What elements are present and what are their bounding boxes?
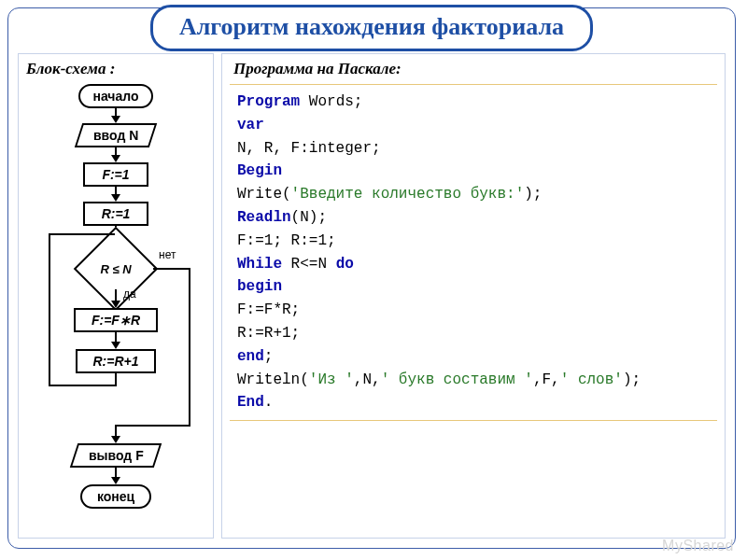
content-row: Блок-схема : начало ввод N F:=1 R:=1 [8,8,735,548]
label-no: нет [159,248,176,261]
node-r-assign-1: R:=1 [83,202,148,226]
flowchart: начало ввод N F:=1 R:=1 R ≤ N [22,84,209,523]
node-r-inc: R:=R+1 [76,349,156,373]
code-heading: Программа на Паскале: [233,60,717,78]
slide-frame: Алгоритм нахождения факториала Блок-схем… [7,7,736,549]
node-f-assign-1: F:=1 [83,162,148,187]
node-end: конец [80,484,151,509]
label-yes: да [123,287,136,301]
node-decision: R ≤ N [77,248,155,289]
node-f-mul: F:=F∗R [74,308,158,332]
node-output-f: вывод F [70,443,162,468]
pascal-code: Program Words; var N, R, F:integer; Begi… [230,84,717,421]
slide-title: Алгоритм нахождения факториала [150,5,593,51]
flowchart-heading: Блок-схема : [26,60,209,78]
node-start: начало [78,84,153,108]
node-input-n: ввод N [75,123,157,147]
code-panel: Программа на Паскале: Program Words; var… [221,53,726,539]
flowchart-panel: Блок-схема : начало ввод N F:=1 R:=1 [18,53,214,539]
watermark: MyShared [662,538,734,554]
